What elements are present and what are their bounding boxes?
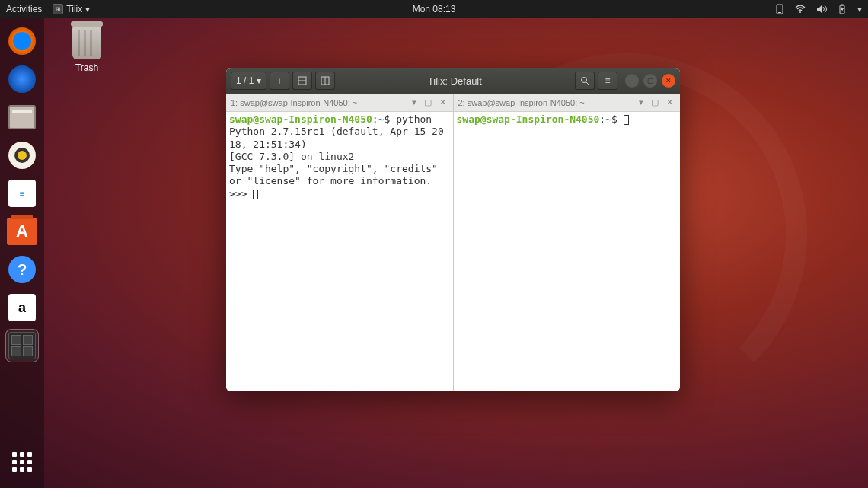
plus-icon: ＋	[275, 75, 284, 88]
clock[interactable]: Mon 08:13	[413, 4, 456, 14]
pane-menu-chevron-icon[interactable]: ▾	[637, 97, 646, 107]
app-menu[interactable]: ⊞ Tilix ▾	[53, 4, 90, 14]
amazon-icon: a	[8, 294, 36, 321]
terminal-command: python	[396, 113, 432, 125]
dock-thunderbird[interactable]	[5, 62, 39, 96]
volume-icon[interactable]	[816, 5, 827, 14]
help-icon: ?	[8, 256, 36, 283]
search-button[interactable]	[575, 72, 595, 90]
minimize-button[interactable]: —	[625, 74, 639, 88]
close-icon: ✕	[665, 77, 672, 85]
pane-title: 1: swap@swap-Inspiron-N4050: ~	[231, 98, 407, 107]
terminal-panes: 1: swap@swap-Inspiron-N4050: ~ ▾ ▢ ✕ swa…	[226, 94, 680, 391]
terminal-pane-2: 2: swap@swap-Inspiron-N4050: ~ ▾ ▢ ✕ swa…	[454, 94, 681, 391]
prompt-path: ~	[378, 113, 385, 125]
thunderbird-icon	[8, 65, 36, 93]
hamburger-menu-button[interactable]: ≡	[598, 72, 617, 90]
minimize-icon: —	[629, 77, 636, 85]
split-right-button[interactable]	[315, 72, 335, 90]
terminal-2[interactable]: swap@swap-Inspiron-N4050:~$	[454, 112, 681, 391]
pane-maximize-button[interactable]: ▢	[649, 97, 661, 107]
pane-close-button[interactable]: ✕	[664, 97, 675, 107]
tilix-appmenu-icon: ⊞	[53, 4, 63, 14]
dock-help[interactable]: ?	[5, 253, 39, 286]
svg-point-2	[799, 11, 801, 13]
svg-rect-4	[841, 5, 844, 6]
battery-icon[interactable]	[838, 4, 847, 14]
split-down-button[interactable]	[292, 72, 312, 90]
dock-firefox[interactable]	[5, 24, 39, 58]
software-icon	[7, 218, 37, 245]
prompt-user: swap@swap-Inspiron-N4050	[229, 113, 372, 125]
chevron-down-icon: ▾	[85, 4, 90, 14]
split-down-icon	[298, 76, 307, 85]
cursor	[253, 190, 258, 199]
terminal-1[interactable]: swap@swap-Inspiron-N4050:~$ python Pytho…	[226, 112, 453, 391]
network-wifi-icon[interactable]	[795, 5, 806, 14]
new-session-button[interactable]: ＋	[270, 72, 289, 90]
hamburger-icon: ≡	[605, 75, 610, 86]
dock-amazon[interactable]: a	[5, 291, 39, 324]
svg-point-9	[582, 78, 587, 83]
phone-icon[interactable]	[775, 4, 784, 14]
dock-writer[interactable]: ≡	[5, 177, 39, 210]
svg-rect-1	[778, 12, 781, 13]
svg-line-10	[586, 82, 589, 85]
pane-maximize-button[interactable]: ▢	[422, 97, 434, 107]
pane-header-2: 2: swap@swap-Inspiron-N4050: ~ ▾ ▢ ✕	[454, 94, 681, 112]
system-menu-chevron-icon[interactable]: ▾	[857, 4, 862, 14]
gnome-top-bar: Activities ⊞ Tilix ▾ Mon 08:13 ▾	[0, 0, 868, 18]
writer-icon: ≡	[8, 180, 36, 207]
dock-rhythmbox[interactable]	[5, 139, 39, 172]
terminal-pane-1: 1: swap@swap-Inspiron-N4050: ~ ▾ ▢ ✕ swa…	[226, 94, 454, 391]
repl-prompt: >>>	[229, 188, 253, 199]
maximize-button[interactable]: ▢	[643, 74, 657, 88]
cursor	[624, 115, 629, 125]
session-switcher[interactable]: 1 / 1 ▾	[231, 72, 266, 90]
terminal-output: Python 2.7.15rc1 (default, Apr 15 2018, …	[229, 126, 444, 187]
close-button[interactable]: ✕	[662, 74, 675, 88]
activities-button[interactable]: Activities	[6, 4, 42, 14]
dock-files[interactable]	[5, 100, 39, 134]
pane-menu-chevron-icon[interactable]: ▾	[410, 97, 419, 107]
chevron-down-icon: ▾	[257, 75, 261, 86]
files-icon	[8, 105, 36, 129]
tilix-titlebar[interactable]: 1 / 1 ▾ ＋ Tilix: Default ≡ — ▢ ✕	[226, 68, 680, 94]
show-applications-button[interactable]	[5, 445, 39, 479]
split-right-icon	[321, 76, 330, 85]
tilix-dock-icon	[8, 332, 36, 359]
window-title: Tilix: Default	[338, 75, 572, 87]
firefox-icon	[8, 27, 36, 55]
pane-close-button[interactable]: ✕	[437, 97, 448, 107]
trash-icon	[72, 26, 101, 59]
session-indicator-label: 1 / 1	[236, 75, 254, 86]
pane-header-1: 1: swap@swap-Inspiron-N4050: ~ ▾ ▢ ✕	[226, 94, 453, 112]
desktop-trash[interactable]: Trash	[62, 26, 111, 73]
tilix-window: 1 / 1 ▾ ＋ Tilix: Default ≡ — ▢ ✕	[226, 68, 680, 391]
rhythmbox-icon	[8, 142, 36, 169]
prompt-user: swap@swap-Inspiron-N4050	[457, 113, 600, 125]
search-icon	[580, 76, 589, 85]
prompt-path: ~	[605, 113, 611, 125]
ubuntu-dock: ≡ ? a	[0, 18, 44, 488]
app-menu-label: Tilix	[66, 4, 82, 14]
pane-title: 2: swap@swap-Inspiron-N4050: ~	[458, 98, 634, 107]
dock-tilix[interactable]	[5, 329, 39, 362]
trash-label: Trash	[62, 62, 111, 73]
dock-software[interactable]	[5, 215, 39, 248]
maximize-icon: ▢	[647, 77, 654, 85]
